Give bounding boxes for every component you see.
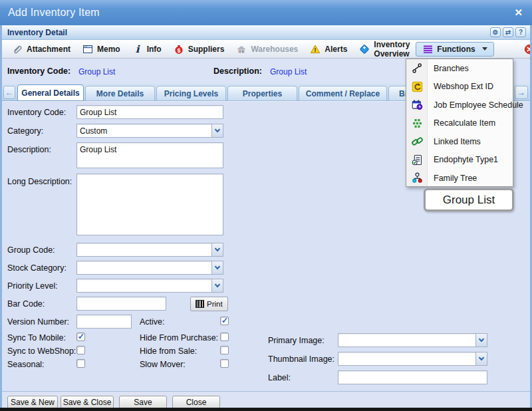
menu-item-label: Job Employee Schedule [434, 100, 523, 110]
document-check-icon [412, 154, 423, 166]
save-button[interactable]: Save [119, 396, 167, 409]
label-field-label: Label: [268, 373, 291, 382]
barcode-icon [196, 300, 204, 308]
chevron-down-icon[interactable] [211, 279, 223, 292]
tab-scroll-left-button[interactable]: ← [3, 86, 15, 99]
long-description-textarea[interactable] [76, 174, 223, 235]
menu-item-label: Webshop Ext ID [434, 82, 493, 91]
svg-text:!: ! [315, 47, 317, 53]
chevron-down-icon[interactable] [475, 334, 487, 346]
tab-pricing-levels[interactable]: Pricing Levels [156, 86, 226, 101]
hamburger-icon [422, 44, 433, 55]
alerts-button[interactable]: ! Alerts [304, 42, 353, 57]
panel-buttons: ⚙ ⇄ ? [490, 27, 526, 37]
info-button[interactable]: i Info [126, 42, 168, 57]
menu-item-family-tree[interactable]: Family Tree [406, 169, 513, 188]
arrow-right-icon: → [517, 88, 525, 97]
thumbnail-image-select[interactable] [338, 352, 487, 366]
group-code-label: Group Code: [7, 245, 55, 255]
window-frame-left [0, 25, 2, 408]
close-icon[interactable]: ✕ [514, 7, 523, 19]
functions-dropdown-menu: Branches Webshop Ext ID Job Employee Sch… [406, 59, 513, 187]
print-button[interactable]: Print [190, 297, 228, 311]
bar-code-input[interactable] [76, 297, 166, 311]
dialog-title: Add Inventory Item [8, 7, 100, 19]
save-and-close-button[interactable]: Save & Close [61, 396, 114, 409]
alert-triangle-icon: ! [310, 44, 321, 55]
panel-title: Inventory Detail [7, 28, 67, 37]
description-summary-label: Description: [213, 67, 262, 76]
menu-item-linked-items[interactable]: Linked Items [406, 132, 513, 151]
menu-item-endophyte-type1[interactable]: Endophyte Type1 [406, 151, 513, 170]
save-and-new-button[interactable]: Save & New [7, 396, 58, 409]
branch-icon [412, 63, 423, 74]
menu-item-job-employee-schedule[interactable]: Job Employee Schedule [406, 96, 513, 114]
toolbar-label: Suppliers [188, 45, 225, 54]
category-select[interactable]: Custom [76, 124, 223, 138]
help-icon[interactable]: ? [515, 27, 526, 37]
chevron-down-icon[interactable] [211, 243, 223, 256]
category-value: Custom [77, 124, 211, 137]
suppliers-button[interactable]: $ Suppliers [168, 42, 231, 57]
seasonal-label: Seasonal: [7, 360, 45, 369]
menu-item-webshop-ext-id[interactable]: Webshop Ext ID [406, 78, 513, 96]
chevron-down-icon[interactable] [475, 352, 487, 365]
priority-level-select[interactable] [76, 279, 223, 293]
label-input[interactable] [338, 370, 487, 384]
version-number-input[interactable] [76, 315, 132, 329]
version-number-label: Version Number: [7, 317, 69, 327]
menu-item-branches[interactable]: Branches [406, 59, 513, 78]
paperclip-icon [12, 44, 23, 55]
group-code-select[interactable] [76, 243, 223, 257]
warehouse-icon [236, 44, 247, 55]
inventory-code-summary-value[interactable]: Group List [78, 67, 115, 76]
stock-category-value [77, 261, 211, 274]
refresh-icon[interactable]: ⇄ [503, 27, 513, 37]
svg-text:$: $ [177, 47, 180, 53]
seasonal-checkbox[interactable] [76, 359, 85, 368]
tab-scroll-right-button[interactable]: → [515, 86, 528, 99]
menu-item-label: Endophyte Type1 [434, 155, 498, 164]
settings-gear-icon[interactable]: ⚙ [490, 27, 501, 37]
toolbar-label: Inventory Overview [374, 40, 410, 59]
hide-from-sale-checkbox[interactable] [220, 346, 229, 354]
chevron-down-icon [482, 47, 487, 51]
inventory-code-input[interactable] [76, 105, 223, 119]
panel-header: Inventory Detail ⚙ ⇄ ? [2, 25, 530, 40]
suppliers-icon: $ [174, 44, 184, 55]
chevron-down-icon[interactable] [211, 261, 223, 274]
menu-item-label: Linked Items [434, 137, 481, 146]
active-checkbox[interactable] [220, 317, 229, 325]
stock-category-select[interactable] [76, 261, 223, 275]
tab-properties[interactable]: Properties [227, 86, 297, 101]
slow-mover-label: Slow Mover: [140, 360, 186, 369]
menu-item-recalculate-item[interactable]: Recalculate Item [406, 114, 513, 133]
hide-from-purchase-label: Hide From Purchase: [140, 333, 218, 342]
menu-item-label: Branches [434, 64, 469, 73]
active-label: Active: [140, 317, 165, 327]
description-summary-value[interactable]: Group List [270, 67, 307, 76]
hide-from-purchase-checkbox[interactable] [220, 333, 229, 341]
inventory-code-summary-label: Inventory Code: [7, 67, 70, 76]
functions-button[interactable]: Functions [416, 42, 493, 57]
bar-code-label: Bar Code: [7, 299, 45, 309]
category-label: Category: [7, 126, 43, 136]
menu-item-label: Family Tree [434, 174, 477, 183]
close-footer-button[interactable]: Close [172, 396, 220, 409]
sync-to-mobile-checkbox[interactable] [76, 333, 85, 341]
primary-image-select[interactable] [338, 333, 487, 347]
tab-general-details[interactable]: General Details [17, 84, 84, 101]
attachment-button[interactable]: Attachment [6, 42, 76, 57]
info-icon: i [132, 44, 143, 55]
inventory-overview-button[interactable]: Inventory Overview [353, 42, 416, 57]
chevron-down-icon[interactable] [211, 124, 223, 137]
slow-mover-checkbox[interactable] [220, 359, 229, 368]
tab-comment-replace[interactable]: Comment / Replace [299, 86, 387, 101]
inventory-code-label: Inventory Code: [7, 108, 66, 117]
tab-more-details[interactable]: More Details [85, 86, 155, 101]
description-textarea[interactable]: Group List [76, 142, 223, 168]
sync-to-mobile-label: Sync To Mobile: [7, 333, 66, 342]
toolbar-label: Alerts [325, 45, 347, 54]
memo-button[interactable]: Memo [76, 42, 126, 57]
sync-to-webshop-checkbox[interactable] [76, 346, 85, 354]
